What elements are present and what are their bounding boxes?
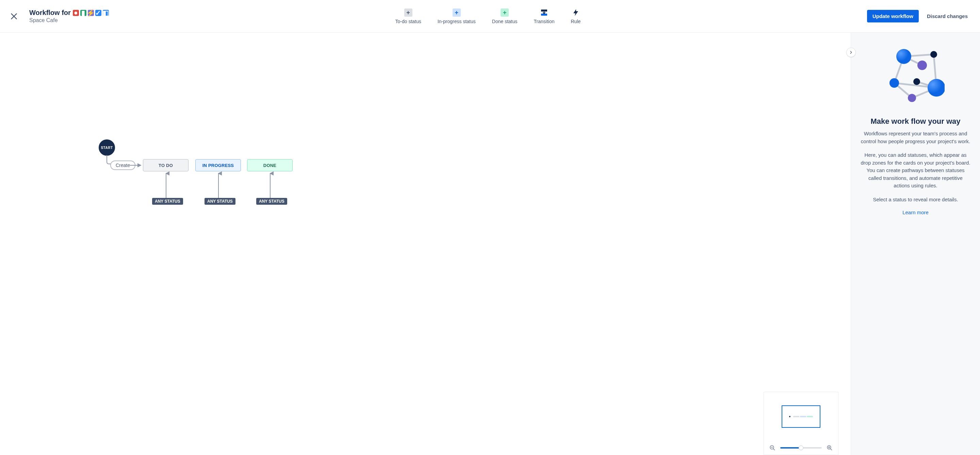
issue-type-icons: ● ▮ ⚡ ✓ ◧ — [73, 10, 109, 16]
svg-line-9 — [773, 449, 775, 450]
tool-label: To-do status — [395, 19, 421, 24]
zoom-controls — [764, 441, 838, 455]
any-status-badge-done[interactable]: ANY STATUS — [256, 198, 287, 205]
close-button[interactable] — [7, 9, 21, 24]
transition-icon — [540, 8, 548, 17]
plus-icon: + — [453, 8, 461, 17]
zoom-in-icon — [827, 445, 833, 451]
tool-label: Done status — [492, 19, 517, 24]
minimap-bar-todo — [793, 416, 799, 417]
header: Workflow for ● ▮ ⚡ ✓ ◧ Space Cafe + To-d… — [0, 0, 980, 33]
status-inprogress[interactable]: IN PROGRESS — [195, 159, 241, 171]
main: START Create TO DO IN PROGRESS DONE — [0, 33, 980, 455]
svg-point-26 — [917, 60, 927, 70]
panel-text-3: Select a status to reveal more details. — [873, 196, 958, 204]
lightning-icon — [572, 8, 580, 17]
svg-line-12 — [830, 449, 832, 450]
add-done-status-button[interactable]: + Done status — [490, 8, 520, 24]
panel-collapse-button[interactable] — [846, 48, 856, 57]
issue-type-story-icon: ▮ — [80, 10, 86, 16]
issue-type-epic-icon: ⚡ — [88, 10, 94, 16]
title-block: Workflow for ● ▮ ⚡ ✓ ◧ Space Cafe — [29, 9, 109, 24]
plus-icon: + — [501, 8, 509, 17]
workflow-canvas[interactable]: START Create TO DO IN PROGRESS DONE — [0, 33, 851, 455]
discard-changes-button[interactable]: Discard changes — [921, 10, 973, 22]
zoom-slider[interactable] — [780, 447, 822, 449]
panel-heading: Make work flow your way — [870, 117, 960, 126]
add-todo-status-button[interactable]: + To-do status — [393, 8, 423, 24]
update-workflow-button[interactable]: Update workflow — [867, 10, 919, 22]
panel-illustration — [887, 46, 945, 105]
create-transition-pill[interactable]: Create — [110, 160, 135, 170]
issue-type-task-icon: ✓ — [95, 10, 102, 16]
zoom-in-button[interactable] — [824, 444, 835, 451]
any-status-badge-inprog[interactable]: ANY STATUS — [205, 198, 235, 205]
minimap-start-dot — [789, 416, 791, 417]
minimap-viewport[interactable] — [764, 392, 838, 441]
close-icon — [10, 12, 18, 21]
connector-any-todo — [164, 171, 168, 198]
add-transition-button[interactable]: Transition — [532, 8, 557, 24]
page-subtitle: Space Cafe — [29, 17, 109, 24]
svg-point-28 — [930, 51, 937, 58]
tool-label: Transition — [534, 19, 555, 24]
issue-type-bug-icon: ● — [73, 10, 79, 16]
minimap-bar-inprog — [800, 416, 806, 417]
tool-label: In-progress status — [438, 19, 476, 24]
any-status-badge-todo[interactable]: ANY STATUS — [152, 198, 183, 205]
svg-point-27 — [908, 94, 916, 102]
zoom-out-button[interactable] — [767, 444, 778, 451]
learn-more-link[interactable]: Learn more — [902, 209, 929, 215]
zoom-thumb[interactable] — [799, 445, 803, 450]
connector-any-done — [268, 171, 272, 198]
panel-text-2: Here, you can add statuses, which appear… — [861, 151, 970, 190]
status-todo[interactable]: TO DO — [143, 159, 189, 171]
page-title-prefix: Workflow for — [29, 9, 71, 17]
svg-point-25 — [889, 78, 899, 88]
minimap-frame — [782, 405, 821, 428]
header-actions: Update workflow Discard changes — [867, 10, 973, 22]
connector-any-inprog — [216, 171, 221, 198]
panel-text-1: Workflows represent your team's process … — [861, 130, 970, 145]
tool-label: Rule — [571, 19, 581, 24]
issue-type-subtask-icon: ◧ — [103, 10, 109, 16]
zoom-out-icon — [769, 445, 775, 451]
info-panel: Make work flow your way Workflows repres… — [851, 33, 980, 455]
add-inprogress-status-button[interactable]: + In-progress status — [436, 8, 478, 24]
svg-point-24 — [928, 79, 945, 97]
plus-icon: + — [404, 8, 412, 17]
toolbar: + To-do status + In-progress status + Do… — [393, 8, 582, 24]
minimap-bar-done — [807, 416, 813, 417]
svg-point-29 — [913, 78, 920, 85]
start-node[interactable]: START — [99, 140, 115, 156]
chevron-right-icon — [849, 50, 853, 55]
svg-point-23 — [896, 49, 911, 64]
network-illustration-icon — [887, 46, 945, 104]
minimap — [764, 392, 838, 455]
canvas-inner: START Create TO DO IN PROGRESS DONE — [0, 33, 851, 455]
status-done[interactable]: DONE — [247, 159, 293, 171]
add-rule-button[interactable]: Rule — [569, 8, 582, 24]
